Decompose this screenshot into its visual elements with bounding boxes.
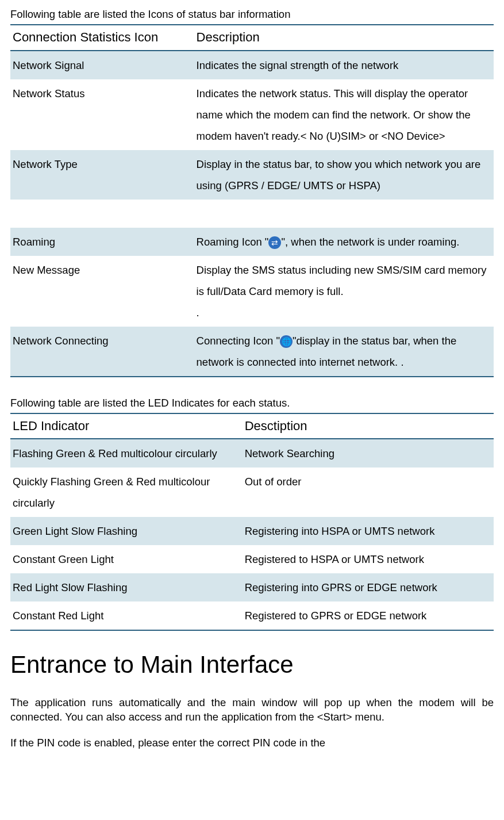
cell-desc: Out of order — [243, 468, 494, 517]
cell-led: Flashing Green & Red multicolour circula… — [10, 439, 243, 468]
table-row: Constant Red LightRegistered to GPRS or … — [10, 601, 494, 630]
cell-icon-name: New Message — [10, 256, 194, 327]
table-row: Network SignalIndicates the signal stren… — [10, 51, 494, 79]
cell-icon-name: Roaming — [10, 228, 194, 256]
t2-head-led: LED Indicator — [10, 413, 243, 439]
cell-desc: Registered to GPRS or EDGE network — [243, 601, 494, 630]
roaming-icon: ⇄ — [268, 236, 281, 249]
cell-description — [194, 200, 494, 228]
table-row — [10, 200, 494, 228]
table-row: Quickly Flashing Green & Red multicolour… — [10, 468, 494, 517]
cell-icon-name: Network Connecting — [10, 327, 194, 377]
section-heading: Entrance to Main Interface — [10, 648, 494, 682]
cell-led: Green Light Slow Flashing — [10, 517, 243, 545]
cell-description: Roaming Icon "⇄", when the network is un… — [194, 228, 494, 256]
table-row: Network ConnectingConnecting Icon "🌐"dis… — [10, 327, 494, 377]
led-indicator-table: LED Indicator Desctiption Flashing Green… — [10, 413, 494, 631]
cell-icon-name — [10, 200, 194, 228]
cell-led: Quickly Flashing Green & Red multicolour… — [10, 468, 243, 517]
table-row: Network StatusIndicates the network stat… — [10, 79, 494, 150]
table-row: RoamingRoaming Icon "⇄", when the networ… — [10, 228, 494, 256]
cell-desc: Registering into GPRS or EDGE network — [243, 573, 494, 601]
cell-description: Display the SMS status including new SMS… — [194, 256, 494, 327]
paragraph-2: If the PIN code is enabled, please enter… — [10, 736, 494, 750]
connecting-icon: 🌐 — [280, 335, 293, 348]
cell-desc: Network Searching — [243, 439, 494, 468]
cell-description: Connecting Icon "🌐"display in the status… — [194, 327, 494, 377]
cell-icon-name: Network Status — [10, 79, 194, 150]
cell-desc: Registered to HSPA or UMTS network — [243, 545, 494, 573]
table-row: Network TypeDisplay in the status bar, t… — [10, 150, 494, 200]
cell-icon-name: Network Type — [10, 150, 194, 200]
paragraph-1: The application runs automatically and t… — [10, 696, 494, 725]
cell-led: Red Light Slow Flashing — [10, 573, 243, 601]
table-row: Green Light Slow FlashingRegistering int… — [10, 517, 494, 545]
cell-description: Indicates the network status. This will … — [194, 79, 494, 150]
intro-text-2: Following table are listed the LED Indic… — [10, 396, 494, 411]
cell-icon-name: Network Signal — [10, 51, 194, 79]
intro-text-1: Following table are listed the Icons of … — [10, 7, 494, 22]
table-row: Red Light Slow FlashingRegistering into … — [10, 573, 494, 601]
table-row: Flashing Green & Red multicolour circula… — [10, 439, 494, 468]
table-row: Constant Green LightRegistered to HSPA o… — [10, 545, 494, 573]
cell-led: Constant Green Light — [10, 545, 243, 573]
cell-description: Display in the status bar, to show you w… — [194, 150, 494, 200]
cell-description: Indicates the signal strength of the net… — [194, 51, 494, 79]
status-bar-icons-table: Connection Statistics Icon Description N… — [10, 24, 494, 377]
t2-head-desc: Desctiption — [243, 413, 494, 439]
cell-led: Constant Red Light — [10, 601, 243, 630]
t1-head-icon: Connection Statistics Icon — [10, 25, 194, 51]
cell-desc: Registering into HSPA or UMTS network — [243, 517, 494, 545]
table-row: New MessageDisplay the SMS status includ… — [10, 256, 494, 327]
t1-head-desc: Description — [194, 25, 494, 51]
